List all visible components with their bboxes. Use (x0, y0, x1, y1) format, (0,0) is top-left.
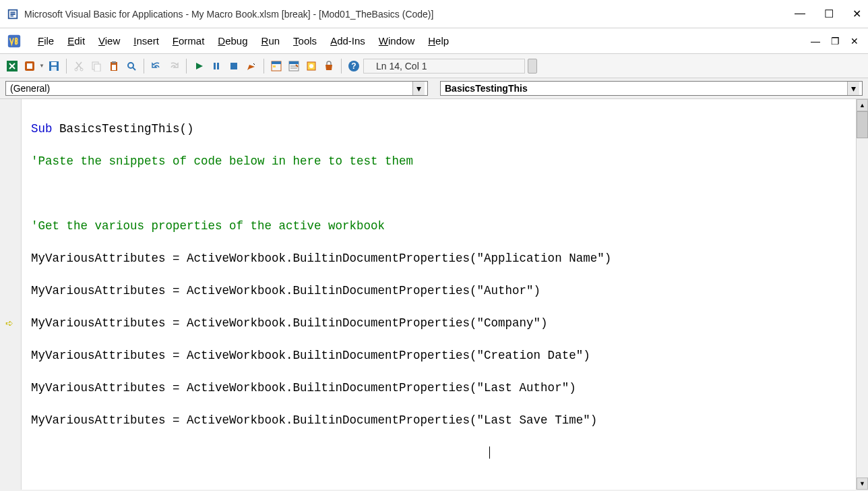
menu-edit[interactable]: Edit (61, 32, 92, 49)
svg-rect-5 (27, 63, 32, 69)
svg-rect-14 (112, 61, 116, 63)
menu-view[interactable]: View (92, 32, 127, 49)
scroll-down-icon[interactable]: ▼ (857, 478, 868, 490)
svg-rect-15 (112, 65, 116, 70)
menu-file[interactable]: File (31, 32, 61, 49)
svg-rect-17 (214, 63, 216, 69)
code-pane: ➪ Sub BasicsTestingThis() 'Paste the sni… (0, 98, 868, 490)
code-pane-dropdowns: (General) ▾ BasicsTestingThis ▾ (0, 78, 868, 98)
mdi-close-button[interactable]: ✕ (848, 34, 861, 48)
design-mode-icon[interactable] (243, 58, 259, 74)
menu-tools[interactable]: Tools (286, 32, 323, 49)
menu-window[interactable]: Window (372, 32, 421, 49)
svg-rect-24 (289, 61, 299, 64)
menu-format[interactable]: Format (166, 32, 212, 49)
redo-icon[interactable] (166, 58, 182, 74)
svg-point-26 (309, 64, 313, 68)
excel-view-icon[interactable] (4, 58, 20, 74)
save-icon[interactable] (46, 58, 62, 74)
vertical-scrollbar[interactable]: ▲ ▼ (856, 99, 868, 490)
window-controls: — ☐ ✕ (795, 7, 861, 20)
toolbox-icon[interactable] (321, 58, 337, 74)
cut-icon[interactable] (71, 58, 87, 74)
execution-pointer-icon: ➪ (5, 318, 13, 328)
svg-rect-22 (273, 65, 276, 67)
object-browser-icon[interactable] (303, 58, 319, 74)
menu-run[interactable]: Run (255, 32, 287, 49)
cursor-position-box: Ln 14, Col 1 (363, 59, 525, 74)
svg-point-16 (128, 63, 133, 68)
mdi-restore-button[interactable]: ❐ (828, 34, 842, 48)
menu-debug[interactable]: Debug (211, 32, 254, 49)
margin-indicator-bar[interactable]: ➪ (0, 99, 22, 490)
svg-rect-7 (51, 62, 57, 65)
menu-insert[interactable]: Insert (127, 32, 166, 49)
chevron-down-icon: ▾ (847, 82, 859, 95)
code-comment: 'Get the various properties of the activ… (31, 218, 846, 234)
menu-help[interactable]: Help (421, 32, 456, 49)
scroll-up-icon[interactable]: ▲ (857, 99, 868, 111)
paste-icon[interactable] (106, 58, 122, 74)
minimize-button[interactable]: — (795, 7, 805, 20)
vba-logo-icon (7, 34, 22, 49)
run-icon[interactable] (191, 58, 207, 74)
toolbar: ▼ ? Ln 14, Col 1 (0, 54, 868, 78)
help-icon[interactable]: ? (346, 58, 362, 74)
code-text: MyVariousAttributes = ActiveWorkbook.Bui… (31, 283, 846, 299)
object-dropdown-value: (General) (10, 83, 50, 94)
code-editor[interactable]: Sub BasicsTestingThis() 'Paste the snipp… (22, 99, 856, 490)
code-comment: 'Paste the snippets of code below in her… (31, 153, 846, 169)
code-text: MyVariousAttributes = ActiveWorkbook.Bui… (31, 315, 846, 331)
scrollbar-thumb[interactable] (857, 111, 868, 138)
window-title: Microsoft Visual Basic for Applications … (24, 9, 795, 20)
text-cursor (489, 446, 490, 459)
code-text: BasicsTestingThis() (59, 122, 194, 136)
titlebar: Microsoft Visual Basic for Applications … (0, 0, 868, 28)
code-text: MyVariousAttributes = ActiveWorkbook.Bui… (31, 412, 846, 428)
break-icon[interactable] (208, 58, 224, 74)
procedure-dropdown[interactable]: BasicsTestingThis ▾ (440, 81, 863, 96)
object-dropdown[interactable]: (General) ▾ (5, 81, 428, 96)
code-keyword: Sub (31, 122, 59, 136)
maximize-button[interactable]: ☐ (824, 7, 834, 20)
toolbar-overflow-icon[interactable] (528, 59, 537, 74)
vba-app-icon (7, 8, 19, 20)
undo-icon[interactable] (148, 58, 164, 74)
find-icon[interactable] (123, 58, 140, 74)
svg-rect-2 (8, 34, 20, 47)
svg-rect-12 (94, 64, 100, 71)
close-button[interactable]: ✕ (852, 7, 861, 20)
code-text: MyVariousAttributes = ActiveWorkbook.Bui… (31, 380, 846, 396)
procedure-dropdown-value: BasicsTestingThis (445, 83, 528, 94)
svg-rect-21 (272, 61, 281, 64)
code-text: MyVariousAttributes = ActiveWorkbook.Bui… (31, 347, 846, 364)
properties-window-icon[interactable] (286, 58, 302, 74)
code-text: MyVariousAttributes = ActiveWorkbook.Bui… (31, 250, 846, 266)
project-explorer-icon[interactable] (268, 58, 284, 74)
mdi-controls: — ❐ ✕ (808, 34, 861, 48)
cursor-position: Ln 14, Col 1 (372, 61, 431, 71)
copy-icon[interactable] (88, 58, 104, 74)
mdi-minimize-button[interactable]: — (808, 34, 823, 48)
svg-rect-8 (51, 67, 57, 71)
chevron-down-icon: ▾ (412, 82, 425, 95)
menubar: File Edit View Insert Format Debug Run T… (0, 28, 868, 54)
svg-rect-19 (230, 63, 237, 69)
insert-module-icon[interactable] (22, 58, 38, 74)
menu-addins[interactable]: Add-Ins (323, 32, 372, 49)
svg-rect-18 (217, 63, 219, 69)
reset-icon[interactable] (226, 58, 242, 74)
svg-text:?: ? (351, 61, 356, 71)
